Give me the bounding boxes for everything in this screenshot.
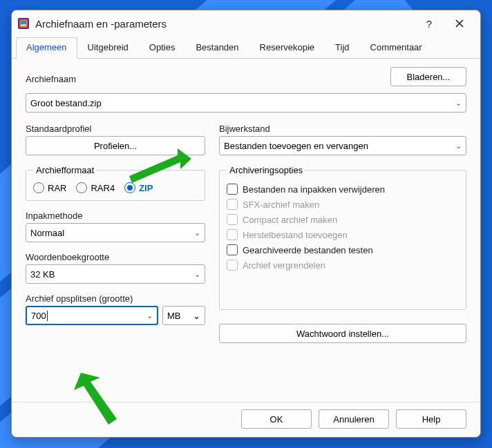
svg-rect-2 bbox=[21, 21, 26, 24]
chevron-down-icon: ⌄ bbox=[455, 99, 462, 108]
tab-reservekopie[interactable]: Reservekopie bbox=[249, 37, 325, 59]
tab-uitgebreid[interactable]: Uitgebreid bbox=[77, 37, 139, 59]
dict-label: Woordenboekgrootte bbox=[26, 252, 205, 262]
split-unit-value: MB bbox=[167, 311, 181, 321]
chevron-down-icon: ⌄ bbox=[455, 142, 462, 150]
update-mode-value: Bestanden toevoegen en vervangen bbox=[224, 141, 368, 151]
radio-rar4[interactable]: RAR4 bbox=[76, 182, 115, 193]
radio-icon bbox=[33, 182, 44, 193]
dict-select[interactable]: 32 KB ⌄ bbox=[26, 264, 205, 284]
profile-label: Standaardprofiel bbox=[26, 124, 205, 134]
chevron-down-icon: ⌄ bbox=[144, 311, 153, 320]
checkbox-icon bbox=[227, 244, 238, 255]
opt-solid: Compact archief maken bbox=[227, 214, 459, 225]
titlebar: Archiefnaam en -parameters ? bbox=[12, 10, 480, 37]
method-select[interactable]: Normaal ⌄ bbox=[26, 223, 205, 242]
radio-zip[interactable]: ZIP bbox=[124, 182, 153, 193]
close-button[interactable] bbox=[444, 12, 475, 35]
help-button[interactable]: ? bbox=[414, 12, 444, 35]
archiving-options-legend: Archiveringsopties bbox=[227, 165, 305, 175]
tab-algemeen[interactable]: Algemeen bbox=[16, 37, 77, 59]
cancel-button[interactable]: Annuleren bbox=[319, 409, 389, 429]
radio-icon bbox=[76, 182, 87, 193]
checkbox-icon bbox=[227, 214, 238, 225]
archive-name-value: Groot bestand.zip bbox=[30, 98, 102, 108]
tab-opties[interactable]: Opties bbox=[139, 37, 186, 59]
profiles-button[interactable]: Profielen... bbox=[26, 136, 205, 155]
method-label: Inpakmethode bbox=[26, 211, 205, 221]
method-value: Normaal bbox=[30, 228, 64, 238]
archive-format-legend: Archiefformaat bbox=[33, 165, 97, 175]
close-icon bbox=[455, 19, 464, 28]
app-icon bbox=[17, 17, 30, 30]
dialog-window: Archiefnaam en -parameters ? Algemeen Ui… bbox=[11, 10, 481, 438]
split-size-value: 700 bbox=[31, 311, 144, 321]
tab-strip: Algemeen Uitgebreid Opties Bestanden Res… bbox=[12, 37, 480, 59]
ok-button[interactable]: OK bbox=[241, 409, 312, 429]
checkbox-icon bbox=[227, 260, 238, 271]
archive-name-label: Archiefnaam bbox=[26, 74, 382, 84]
archive-format-group: Archiefformaat RAR RAR4 ZIP bbox=[26, 165, 205, 201]
browse-button[interactable]: Bladeren... bbox=[390, 67, 466, 86]
radio-icon bbox=[124, 182, 135, 193]
checkbox-icon bbox=[227, 229, 238, 240]
checkbox-icon bbox=[227, 199, 238, 210]
chevron-down-icon: ⌄ bbox=[194, 228, 200, 237]
opt-delete-after-pack[interactable]: Bestanden na inpakken verwijderen bbox=[227, 184, 459, 195]
archiving-options-group: Archiveringsopties Bestanden na inpakken… bbox=[219, 165, 466, 310]
archive-name-field[interactable]: Groot bestand.zip ⌄ bbox=[26, 93, 466, 113]
dict-value: 32 KB bbox=[30, 269, 55, 280]
split-label: Archief opsplitsen (grootte) bbox=[26, 293, 205, 304]
checkbox-icon bbox=[227, 184, 238, 195]
opt-recovery: Herstelbestand toevoegen bbox=[227, 229, 459, 240]
update-mode-select[interactable]: Bestanden toevoegen en vervangen ⌄ bbox=[219, 136, 466, 155]
tab-tijd[interactable]: Tijd bbox=[325, 37, 359, 59]
svg-rect-3 bbox=[21, 24, 26, 26]
update-mode-label: Bijwerkstand bbox=[219, 124, 466, 134]
chevron-down-icon: ⌄ bbox=[194, 270, 200, 279]
opt-sfx: SFX-archief maken bbox=[227, 199, 459, 210]
tab-content: Archiefnaam Bladeren... Groot bestand.zi… bbox=[12, 59, 480, 402]
window-title: Archiefnaam en -parameters bbox=[35, 18, 414, 30]
help-button-footer[interactable]: Help bbox=[396, 409, 466, 429]
tab-commentaar[interactable]: Commentaar bbox=[360, 37, 433, 59]
chevron-down-icon: ⌄ bbox=[193, 311, 200, 321]
split-size-field[interactable]: 700 ⌄ bbox=[26, 306, 158, 325]
radio-rar[interactable]: RAR bbox=[33, 182, 66, 193]
split-unit-select[interactable]: MB ⌄ bbox=[162, 306, 205, 325]
set-password-button[interactable]: Wachtwoord instellen... bbox=[219, 324, 466, 343]
opt-lock: Archief vergrendelen bbox=[227, 260, 459, 271]
opt-test[interactable]: Gearchiveerde bestanden testen bbox=[227, 244, 459, 255]
dialog-footer: OK Annuleren Help bbox=[12, 402, 480, 437]
tab-bestanden[interactable]: Bestanden bbox=[185, 37, 249, 59]
